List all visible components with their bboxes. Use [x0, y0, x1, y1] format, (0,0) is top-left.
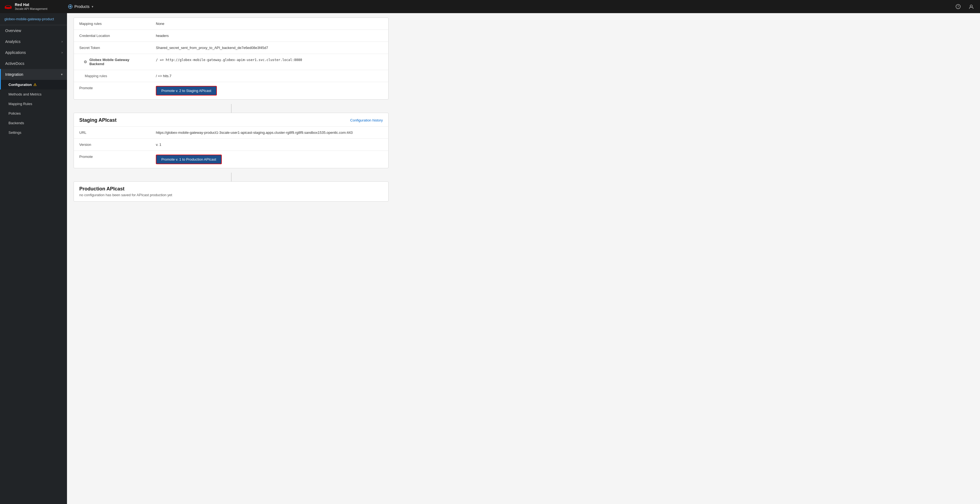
table-row-backend: ⚙ Globex Mobile Gateway Backend / => htt…	[74, 54, 388, 70]
current-config-card: Mapping rules None Credential Location h…	[73, 18, 388, 100]
sidebar-item-integration[interactable]: Integration ▾	[0, 69, 67, 80]
sidebar-backends-label: Backends	[8, 121, 24, 125]
secret-token-label: Secret Token	[74, 42, 150, 54]
backend-name-cell: ⚙ Globex Mobile Gateway Backend	[74, 54, 150, 70]
sidebar-policies-label: Policies	[8, 112, 21, 115]
main-layout: globex-mobile-gateway-product Overview A…	[0, 13, 980, 504]
sidebar-configuration-label: Configuration	[8, 83, 32, 87]
sidebar-sub-backends[interactable]: Backends	[0, 118, 67, 128]
sidebar-item-overview[interactable]: Overview	[0, 25, 67, 36]
table-row-credential-location: Credential Location headers	[74, 30, 388, 42]
staging-url-label: URL	[74, 127, 150, 139]
sidebar-activedocs-label: ActiveDocs	[5, 61, 24, 66]
brand-subtitle: 3scale API Management	[15, 7, 47, 11]
staging-promote-cell: Promote v. 1 to Production APIcast	[150, 151, 388, 168]
production-title: Production APIcast	[79, 186, 383, 192]
promote-label: Promote	[74, 82, 150, 100]
products-label: Products	[75, 5, 89, 9]
integration-chevron-icon: ▾	[61, 72, 63, 77]
sidebar-item-applications[interactable]: Applications ›	[0, 47, 67, 58]
scroll-content: Mapping rules None Credential Location h…	[73, 13, 388, 202]
svg-rect-2	[5, 7, 11, 9]
help-button[interactable]: ?	[954, 2, 963, 11]
content-area: Mapping rules None Credential Location h…	[67, 13, 395, 212]
help-icon: ?	[956, 4, 961, 9]
main-content: Mapping rules None Credential Location h…	[67, 13, 980, 504]
sidebar-applications-label: Applications	[5, 50, 26, 55]
user-button[interactable]	[967, 2, 975, 11]
backend-mapping-label: Mapping rules	[74, 70, 150, 82]
sidebar-mapping-rules-label: Mapping Rules	[8, 102, 32, 106]
production-subtitle: no configuration has been saved for APIc…	[79, 193, 383, 197]
table-row-backend-mapping: Mapping rules / => hits.7	[74, 70, 388, 82]
staging-version-value: v. 1	[150, 139, 388, 151]
products-icon	[68, 4, 73, 9]
promote-production-button[interactable]: Promote v. 1 to Production APIcast	[156, 155, 222, 164]
sidebar-sub-mapping-rules[interactable]: Mapping Rules	[0, 99, 67, 108]
redhat-logo-icon	[5, 3, 12, 10]
promote-staging-cell: Promote v. 2 to Staging APIcast	[150, 82, 388, 100]
redhat-logo	[5, 3, 12, 10]
staging-version-label: Version	[74, 139, 150, 151]
backend-name: Globex Mobile Gateway Backend	[89, 58, 145, 66]
topnav-right: ?	[954, 2, 975, 11]
table-row-staging-version: Version v. 1	[74, 139, 388, 151]
staging-info-table: URL https://globex-mobile-gateway-produc…	[74, 127, 388, 168]
sidebar-sub-configuration[interactable]: Configuration ⚠	[0, 80, 67, 89]
products-nav-item[interactable]: Products ▼	[65, 2, 97, 11]
staging-apicast-card: Staging APIcast Configuration history UR…	[73, 113, 388, 168]
table-row-secret-token: Secret Token Shared_secret_sent_from_pro…	[74, 42, 388, 54]
credential-location-label: Credential Location	[74, 30, 150, 42]
brand: Red Hat 3scale API Management	[5, 2, 65, 11]
staging-promote-label: Promote	[74, 151, 150, 168]
mapping-rules-value: None	[150, 18, 388, 30]
sidebar-integration-label: Integration	[5, 72, 23, 77]
table-row-mapping-rules: Mapping rules None	[74, 18, 388, 30]
products-chevron-icon: ▼	[91, 5, 94, 8]
sidebar-item-analytics[interactable]: Analytics ›	[0, 36, 67, 47]
current-config-section: Mapping rules None Credential Location h…	[74, 18, 388, 99]
sidebar-product-name[interactable]: globex-mobile-gateway-product	[0, 13, 67, 25]
sidebar-analytics-label: Analytics	[5, 40, 21, 44]
backend-label: ⚙ Globex Mobile Gateway Backend	[79, 58, 145, 66]
analytics-chevron-icon: ›	[62, 40, 63, 43]
mapping-rules-label: Mapping rules	[74, 18, 150, 30]
table-row-staging-url: URL https://globex-mobile-gateway-produc…	[74, 127, 388, 139]
applications-chevron-icon: ›	[62, 51, 63, 54]
sidebar: globex-mobile-gateway-product Overview A…	[0, 13, 67, 504]
current-config-table: Mapping rules None Credential Location h…	[74, 18, 388, 99]
connector-line-2	[73, 173, 388, 182]
staging-url-value: https://globex-mobile-gateway-product1-3…	[150, 127, 388, 139]
backend-url-cell: / => http://globex-mobile-gateway.globex…	[150, 54, 388, 70]
table-row-promote-production: Promote Promote v. 1 to Production APIca…	[74, 151, 388, 168]
backend-url: / => http://globex-mobile-gateway.globex…	[156, 58, 302, 62]
sidebar-settings-label: Settings	[8, 131, 21, 135]
svg-point-11	[970, 5, 972, 7]
svg-point-4	[70, 6, 71, 7]
secret-token-value: Shared_secret_sent_from_proxy_to_API_bac…	[150, 42, 388, 54]
brand-text: Red Hat 3scale API Management	[15, 2, 47, 11]
sidebar-item-activedocs[interactable]: ActiveDocs	[0, 58, 67, 69]
promote-staging-button[interactable]: Promote v. 2 to Staging APIcast	[156, 86, 217, 96]
connector-line	[73, 104, 388, 113]
sidebar-sub-methods-and-metrics[interactable]: Methods and Metrics	[0, 89, 67, 99]
backend-icon: ⚙	[84, 60, 87, 64]
backend-mapping-value: / => hits.7	[150, 70, 388, 82]
top-navigation: Red Hat 3scale API Management Products ▼…	[0, 0, 980, 13]
svg-text:?: ?	[957, 5, 959, 8]
production-apicast-card: Production APIcast no configuration has …	[73, 182, 388, 202]
table-row-promote-staging: Promote Promote v. 2 to Staging APIcast	[74, 82, 388, 100]
staging-title: Staging APIcast	[79, 117, 116, 123]
sidebar-overview-label: Overview	[5, 29, 21, 33]
sidebar-sub-policies[interactable]: Policies	[0, 108, 67, 118]
credential-location-value: headers	[150, 30, 388, 42]
production-section: Production APIcast no configuration has …	[74, 182, 388, 201]
config-history-link[interactable]: Configuration history	[350, 118, 383, 122]
brand-name: Red Hat	[15, 2, 47, 7]
user-icon	[969, 4, 974, 9]
configuration-warning-icon: ⚠	[33, 83, 37, 87]
sidebar-methods-label: Methods and Metrics	[8, 92, 41, 96]
staging-section-header: Staging APIcast Configuration history	[74, 113, 388, 127]
sidebar-sub-settings[interactable]: Settings	[0, 128, 67, 137]
